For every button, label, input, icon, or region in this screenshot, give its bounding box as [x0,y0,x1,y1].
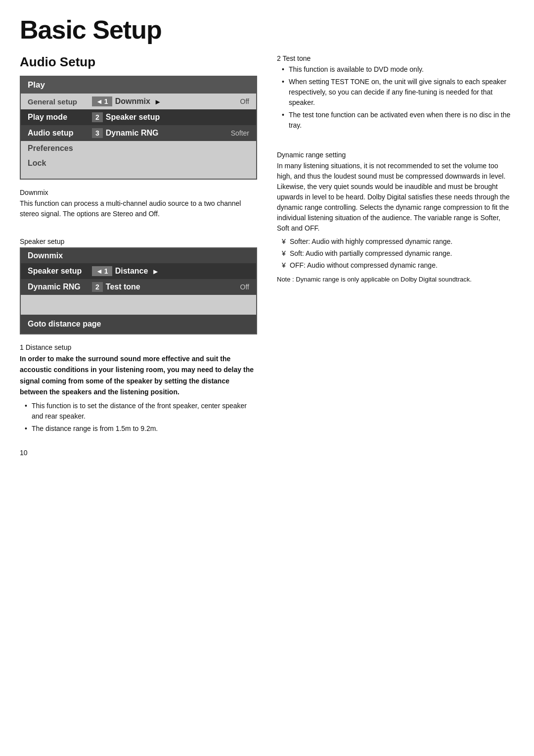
menu-spacer [21,171,256,179]
downmix-option: Downmix [115,97,150,106]
distance-heading: 1 Distance setup [20,343,257,351]
menu-row-play-mode[interactable]: Play mode 2 Speaker setup [21,109,256,125]
distance-body-bold: In order to make the surround sound more… [20,353,257,398]
test-tone-bullet-3: The test tone function can be activated … [282,110,514,131]
test-tone-bullet-2: When setting TEST TONE on, the unit will… [282,77,514,108]
distance-bullet-2: The distance range is from 1.5m to 9.2m. [25,424,257,434]
num-1-sp: 1 [104,267,108,275]
distance-option: Distance [115,267,148,276]
arrow-right-icon: ► [154,97,162,106]
play-label: Play [28,80,45,90]
dynamic-range-body: In many listening situations, it is not … [277,161,514,234]
distance-bullet-1: This function is to set the distance of … [25,401,257,422]
menu2-row-downmix[interactable]: Downmix [21,248,256,263]
section-title: Audio Setup [20,54,257,70]
note-text: Note : Dynamic range is only applicable … [277,275,514,284]
audio-setup-menu: Play General setup ◄ 1 Downmix ► Off Pla… [20,76,257,180]
downmix-suffix: Off [240,97,249,105]
test-tone-heading: 2 Test tone [277,54,514,62]
goto-distance-footer[interactable]: Goto distance page [21,315,256,333]
menu-row-lock[interactable]: Lock [21,156,256,171]
test-tone-bullet-1: This function is available to DVD mode o… [282,64,514,75]
menu2-spacer [21,295,256,315]
menu-row-general-setup[interactable]: General setup ◄ 1 Downmix ► Off [21,94,256,109]
downmix-heading: Downmix [20,189,257,196]
menu-row-preferences[interactable]: Preferences [21,141,256,156]
nav-badge-sp: ◄ 1 [92,266,112,276]
test-tone-suffix: Off [240,283,249,291]
arrow-right-2-icon: ► [152,267,159,276]
yen-item-2: Soft: Audio with partially compressed dy… [282,248,514,259]
test-tone-bullet-list: This function is available to DVD mode o… [277,64,514,131]
num-badge-2: 2 [92,112,103,122]
page-number: 10 [20,449,257,457]
dynamic-rng-option: Dynamic RNG [106,129,159,138]
yen-item-3: OFF: Audio without compressed dynamic ra… [282,260,514,271]
speaker-setup-option: Speaker setup [106,113,160,122]
audio-setup-label: Audio setup [28,129,92,138]
lock-label: Lock [28,159,92,168]
speaker-setup-menu: Downmix Speaker setup ◄ 1 Distance ► Dyn… [20,247,257,334]
goto-distance-label: Goto distance page [28,320,101,328]
distance-bullet-list: This function is to set the distance of … [20,401,257,434]
play-mode-label: Play mode [28,113,92,122]
right-column: 2 Test tone This function is available t… [277,54,514,457]
general-setup-label: General setup [28,97,92,106]
arrow-left-icon: ◄ [96,97,103,105]
dynamic-range-heading: Dynamic range setting [277,151,514,159]
left-column: Audio Setup Play General setup ◄ 1 Downm… [20,54,257,457]
page-title: Basic Setup [20,15,514,45]
num-badge-2b: 2 [92,282,103,292]
dynamic-rng-suffix: Softer [231,129,249,137]
menu-row-audio-setup[interactable]: Audio setup 3 Dynamic RNG Softer [21,125,256,141]
yen-item-1: Softer: Audio with highly compressed dyn… [282,236,514,247]
test-tone-option: Test tone [106,283,140,291]
num-1: 1 [104,97,108,105]
downmix-label-2: Downmix [28,251,63,260]
downmix-body: This function can process a multi-channe… [20,198,257,219]
num-badge-3: 3 [92,128,103,138]
menu-row-play: Play [21,77,256,94]
dynamic-rng-label-2: Dynamic RNG [28,283,92,291]
speaker-setup-label-2: Speaker setup [28,267,92,276]
menu2-row-speaker-setup[interactable]: Speaker setup ◄ 1 Distance ► [21,263,256,279]
menu2-row-dynamic-rng[interactable]: Dynamic RNG 2 Test tone Off [21,279,256,295]
yen-list: Softer: Audio with highly compressed dyn… [277,236,514,271]
nav-badge-1: ◄ 1 [92,96,112,106]
preferences-label: Preferences [28,144,92,153]
arrow-left-2-icon: ◄ [96,267,103,275]
speaker-setup-heading: Speaker setup [20,237,257,245]
